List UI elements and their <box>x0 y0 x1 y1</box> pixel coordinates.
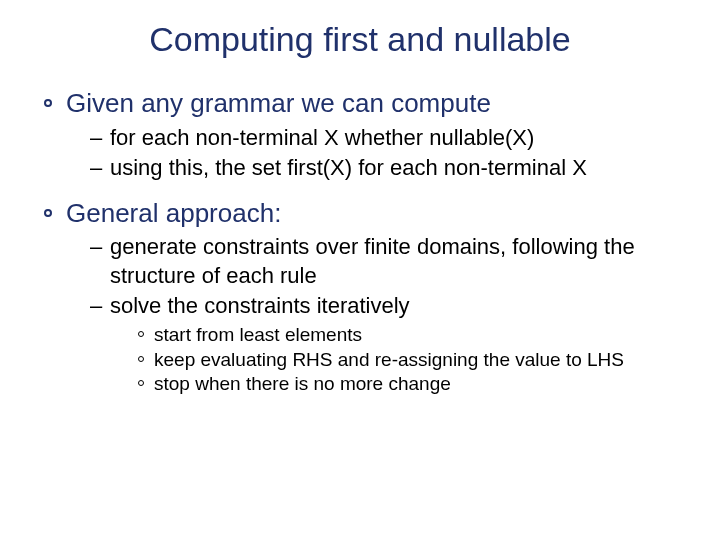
bullet-icon <box>44 209 52 217</box>
list-item: – using this, the set first(X) for each … <box>90 154 690 183</box>
list-item: General approach: <box>30 197 690 230</box>
dash-icon: – <box>90 124 102 153</box>
slide: Computing first and nullable Given any g… <box>0 0 720 540</box>
list-item: – generate constraints over finite domai… <box>90 233 690 290</box>
bullet-icon <box>44 99 52 107</box>
bullet-group-1: Given any grammar we can compute – for e… <box>30 87 690 183</box>
list-item: keep evaluating RHS and re-assigning the… <box>138 348 690 372</box>
list-item: Given any grammar we can compute <box>30 87 690 120</box>
bullet-text: stop when there is no more change <box>154 372 451 396</box>
bullet-text: General approach: <box>66 197 281 230</box>
bullet-text: for each non-terminal X whether nullable… <box>110 124 534 153</box>
bullet-icon <box>138 331 144 337</box>
bullet-text: keep evaluating RHS and re-assigning the… <box>154 348 624 372</box>
dash-icon: – <box>90 292 102 321</box>
bullet-text: start from least elements <box>154 323 362 347</box>
bullet-text: generate constraints over finite domains… <box>110 233 690 290</box>
bullet-icon <box>138 356 144 362</box>
list-item: – for each non-terminal X whether nullab… <box>90 124 690 153</box>
bullet-text: solve the constraints iteratively <box>110 292 410 321</box>
list-item: – solve the constraints iteratively <box>90 292 690 321</box>
dash-icon: – <box>90 233 102 262</box>
bullet-group-2: General approach: – generate constraints… <box>30 197 690 397</box>
dash-icon: – <box>90 154 102 183</box>
bullet-text: using this, the set first(X) for each no… <box>110 154 587 183</box>
bullet-icon <box>138 380 144 386</box>
bullet-text: Given any grammar we can compute <box>66 87 491 120</box>
list-item: stop when there is no more change <box>138 372 690 396</box>
slide-title: Computing first and nullable <box>30 20 690 59</box>
list-item: start from least elements <box>138 323 690 347</box>
